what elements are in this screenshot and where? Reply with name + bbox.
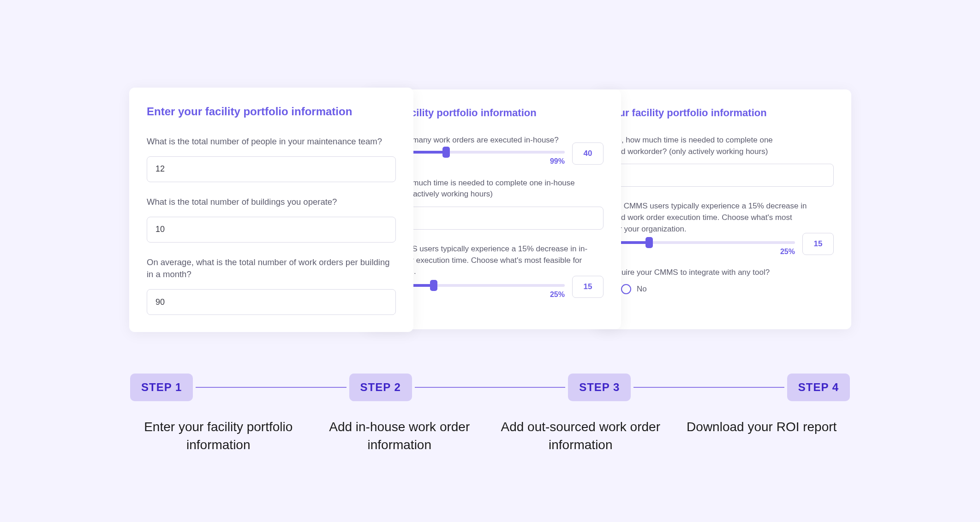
field-label: ge, how much time is needed to complete … [613, 135, 834, 157]
step-badge-4[interactable]: STEP 4 [787, 374, 850, 401]
card-title: our facility portfolio information [382, 107, 604, 119]
slider-row: 25% 15 [382, 284, 604, 299]
step-connector [196, 387, 346, 388]
field-label: ed CMMS users typically experience a 15%… [613, 201, 834, 235]
radio-icon [621, 284, 631, 294]
buildings-input[interactable] [147, 217, 396, 243]
field-workorders: On average, what is the total number of … [147, 256, 396, 315]
field-label: What is the total number of people in yo… [147, 136, 396, 148]
stepper: STEP 1 STEP 2 STEP 3 STEP 4 Enter your f… [130, 374, 850, 454]
step-badge-1[interactable]: STEP 1 [130, 374, 193, 401]
slider-value[interactable]: 15 [802, 233, 834, 255]
field-label: ge, how many work orders are executed in… [382, 135, 604, 146]
step-desc-4: Download your ROI report [674, 418, 850, 436]
step-badge-3[interactable]: STEP 3 [568, 374, 631, 401]
field-label: On average, what is the total number of … [147, 256, 396, 281]
slider-max-label: 25% [780, 248, 795, 256]
step-desc-3: Add out-sourced work order information [492, 418, 669, 454]
inhouse-time-input[interactable] [382, 207, 604, 230]
step-desc-1: Enter your facility portfolio informatio… [130, 418, 307, 454]
radio-option-no[interactable]: No [613, 284, 834, 294]
slider-row: 25% 15 [613, 241, 834, 256]
field-inhouse-wo: ge, how many work orders are executed in… [382, 135, 604, 166]
field-inhouse-decrease: ed CMMS users typically experience a 15%… [382, 243, 604, 299]
form-card-outsourced: our facility portfolio information ge, h… [595, 89, 851, 329]
outsourced-time-input[interactable] [613, 164, 834, 187]
stepper-descriptions-row: Enter your facility portfolio informatio… [130, 418, 850, 454]
field-label: ed CMMS users typically experience a 15%… [382, 243, 604, 278]
field-label: equire your CMMS to integrate with any t… [613, 267, 834, 279]
step-connector [415, 387, 565, 388]
field-buildings: What is the total number of buildings yo… [147, 196, 396, 243]
forms-area: our facility portfolio information ge, h… [0, 88, 980, 337]
step-badge-2[interactable]: STEP 2 [349, 374, 412, 401]
step-desc-2: Add in-house work order information [311, 418, 488, 454]
slider-row: 99% 40 [382, 151, 604, 166]
form-card-portfolio: Enter your facility portfolio informatio… [129, 88, 413, 332]
slider-value[interactable]: 40 [572, 142, 604, 165]
slider-value[interactable]: 15 [572, 276, 604, 298]
field-label: What is the total number of buildings yo… [147, 196, 396, 208]
card-title: our facility portfolio information [613, 107, 834, 119]
field-inhouse-time: ge, how much time is needed to complete … [382, 178, 604, 230]
slider-max-label: 25% [550, 291, 565, 299]
team-size-input[interactable] [147, 156, 396, 182]
step-connector [633, 387, 784, 388]
workorders-input[interactable] [147, 289, 396, 315]
field-integrate: equire your CMMS to integrate with any t… [613, 267, 834, 294]
field-label: ge, how much time is needed to complete … [382, 178, 604, 200]
field-team-size: What is the total number of people in yo… [147, 136, 396, 182]
outsourced-decrease-slider[interactable]: 25% [613, 241, 795, 256]
field-outsourced-decrease: ed CMMS users typically experience a 15%… [613, 201, 834, 256]
card-title: Enter your facility portfolio informatio… [147, 105, 396, 118]
stepper-badges-row: STEP 1 STEP 2 STEP 3 STEP 4 [130, 374, 850, 401]
radio-label: No [637, 285, 647, 294]
slider-max-label: 99% [550, 157, 565, 166]
field-outsourced-time: ge, how much time is needed to complete … [613, 135, 834, 187]
